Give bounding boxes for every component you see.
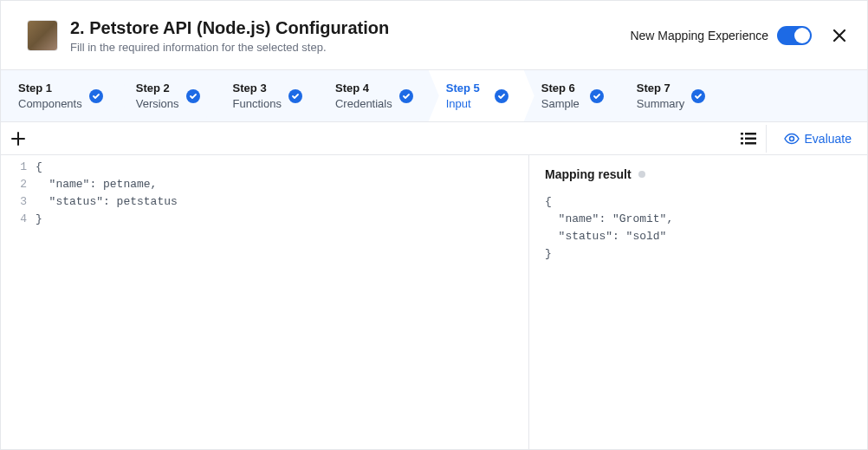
code-content: { "name": petname, "status": petstatus} [36,155,528,450]
step-functions[interactable]: Step 3Functions [216,70,318,121]
step-title: Step 3 [233,82,282,95]
step-title: Step 6 [541,82,583,95]
toggle-label: New Mapping Experience [630,29,768,42]
avatar [27,20,58,51]
code-editor[interactable]: 1234 { "name": petname, "status": petsta… [1,155,529,450]
svg-rect-5 [745,142,756,145]
step-sub: Components [18,97,82,111]
close-icon [832,28,847,43]
step-title: Step 5 [446,82,488,95]
svg-rect-3 [745,137,756,140]
step-sub: Credentials [335,97,392,111]
result-panel: Mapping result { "name": "Gromit", "stat… [529,155,867,450]
step-sub: Functions [233,97,282,111]
evaluate-label: Evaluate [805,132,852,146]
list-view-button[interactable] [739,125,767,153]
line-gutter: 1234 [1,155,36,450]
eye-icon [784,131,800,147]
check-icon [590,89,604,103]
step-components[interactable]: Step 1Components [1,70,119,121]
status-dot-icon [638,171,645,178]
step-input[interactable]: Step 5Input [429,70,524,121]
page-title: 2. Petstore API (Node.js) Configuration [70,16,630,39]
step-title: Step 7 [637,82,685,95]
step-summary[interactable]: Step 7Summary [619,70,722,121]
svg-rect-1 [745,133,756,135]
step-versions[interactable]: Step 2Versions [119,70,216,121]
step-sub: Input [446,97,488,111]
mapping-experience-toggle[interactable] [777,26,812,45]
step-credentials[interactable]: Step 4Credentials [318,70,429,121]
step-sub: Summary [637,97,685,111]
check-icon [288,89,302,103]
step-sub: Sample [541,97,583,111]
svg-rect-0 [741,133,743,135]
close-button[interactable] [829,25,850,46]
check-icon [691,89,705,103]
list-icon [741,133,756,145]
step-sub: Versions [136,97,179,111]
step-title: Step 1 [18,82,82,95]
check-icon [89,89,103,103]
check-icon [399,89,413,103]
svg-rect-4 [741,142,743,145]
result-body: { "name": "Gromit", "status": "sold" } [545,193,852,263]
add-button[interactable] [6,127,30,151]
check-icon [186,89,200,103]
check-icon [495,89,508,103]
result-title: Mapping result [545,167,632,181]
step-title: Step 2 [136,82,179,95]
page-subtitle: Fill in the required information for the… [70,41,630,54]
step-title: Step 4 [335,82,392,95]
evaluate-button[interactable]: Evaluate [774,127,862,150]
svg-rect-2 [741,137,743,140]
svg-point-6 [789,136,794,140]
stepper: Step 1ComponentsStep 2VersionsStep 3Func… [1,70,867,122]
step-sample[interactable]: Step 6Sample [524,70,619,121]
plus-icon [10,131,26,147]
